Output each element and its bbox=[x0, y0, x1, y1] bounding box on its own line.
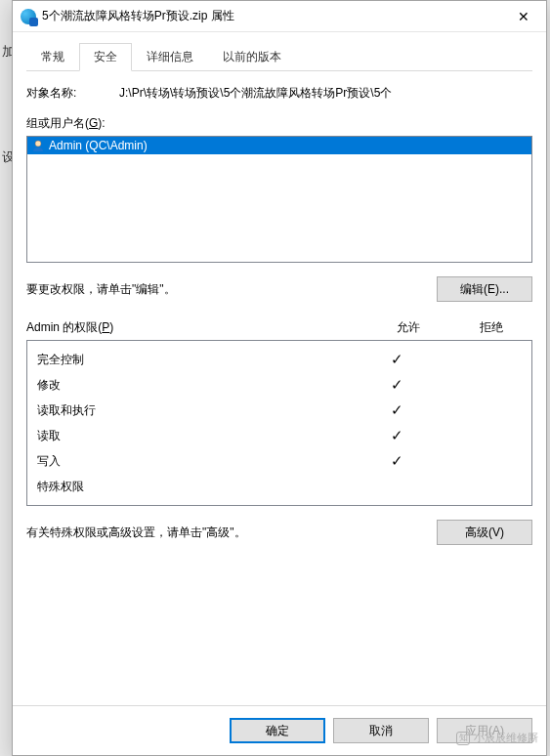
tab-general[interactable]: 常规 bbox=[26, 43, 79, 71]
permission-row[interactable]: 读取✓ bbox=[37, 423, 522, 448]
user-listbox[interactable]: Admin (QC\Admin) bbox=[26, 136, 532, 263]
permission-row[interactable]: 完全控制✓ bbox=[37, 347, 522, 372]
ok-button[interactable]: 确定 bbox=[230, 718, 325, 743]
col-deny: 拒绝 bbox=[449, 319, 532, 336]
advanced-button[interactable]: 高级(V) bbox=[437, 520, 532, 545]
user-list-item-label: Admin (QC\Admin) bbox=[49, 139, 148, 152]
groups-label: 组或用户名(G): bbox=[26, 115, 532, 132]
svg-point-0 bbox=[35, 141, 41, 147]
permission-allow: ✓ bbox=[356, 427, 439, 444]
advanced-hint: 有关特殊权限或高级设置，请单击"高级"。 bbox=[26, 525, 246, 541]
user-list-item[interactable]: Admin (QC\Admin) bbox=[27, 137, 531, 154]
permission-name: 读取 bbox=[37, 428, 356, 444]
permissions-listbox[interactable]: 完全控制✓修改✓读取和执行✓读取✓写入✓特殊权限 bbox=[26, 340, 532, 506]
permission-name: 修改 bbox=[37, 377, 356, 394]
titlebar: 5个潮流故障风格转场Pr预设.zip 属性 ✕ bbox=[13, 1, 546, 32]
permission-name: 写入 bbox=[37, 453, 356, 470]
edit-button[interactable]: 编辑(E)... bbox=[437, 276, 532, 302]
permission-allow: ✓ bbox=[356, 401, 439, 419]
properties-dialog: 5个潮流故障风格转场Pr预设.zip 属性 ✕ 常规 安全 详细信息 以前的版本… bbox=[12, 0, 547, 756]
edit-row: 要更改权限，请单击"编辑"。 编辑(E)... bbox=[26, 276, 532, 302]
close-button[interactable]: ✕ bbox=[501, 1, 546, 32]
cancel-button[interactable]: 取消 bbox=[333, 718, 429, 743]
dialog-content: 常规 安全 详细信息 以前的版本 对象名称: J:\Pr\转场\转场预设\5个潮… bbox=[13, 32, 546, 705]
user-icon bbox=[31, 139, 45, 152]
permission-name: 特殊权限 bbox=[37, 479, 356, 495]
permission-name: 完全控制 bbox=[37, 352, 356, 368]
object-name-label: 对象名称: bbox=[26, 85, 119, 102]
object-name-value: J:\Pr\转场\转场预设\5个潮流故障风格转场Pr预设\5个 bbox=[119, 85, 532, 102]
permission-allow: ✓ bbox=[356, 452, 439, 470]
permissions-title: Admin 的权限(P) bbox=[26, 319, 366, 336]
tab-previous-versions[interactable]: 以前的版本 bbox=[208, 43, 296, 71]
dialog-footer: 确定 取消 应用(A) bbox=[13, 705, 546, 755]
permission-row[interactable]: 修改✓ bbox=[37, 372, 522, 398]
permission-row[interactable]: 写入✓ bbox=[37, 448, 522, 474]
app-icon bbox=[21, 9, 36, 24]
permissions-header: Admin 的权限(P) 允许 拒绝 bbox=[26, 319, 532, 336]
permission-allow: ✓ bbox=[356, 351, 439, 368]
apply-button[interactable]: 应用(A) bbox=[437, 718, 532, 743]
advanced-row: 有关特殊权限或高级设置，请单击"高级"。 高级(V) bbox=[26, 520, 532, 545]
permission-row[interactable]: 特殊权限 bbox=[37, 474, 522, 499]
tab-strip: 常规 安全 详细信息 以前的版本 bbox=[26, 42, 532, 71]
tab-security[interactable]: 安全 bbox=[79, 43, 132, 71]
tab-details[interactable]: 详细信息 bbox=[132, 43, 208, 71]
object-name-row: 对象名称: J:\Pr\转场\转场预设\5个潮流故障风格转场Pr预设\5个 bbox=[26, 85, 532, 102]
edit-hint: 要更改权限，请单击"编辑"。 bbox=[26, 281, 176, 298]
permission-allow: ✓ bbox=[356, 376, 439, 394]
permission-row[interactable]: 读取和执行✓ bbox=[37, 398, 522, 423]
window-title: 5个潮流故障风格转场Pr预设.zip 属性 bbox=[42, 8, 501, 24]
col-allow: 允许 bbox=[366, 319, 449, 336]
permission-name: 读取和执行 bbox=[37, 402, 356, 419]
